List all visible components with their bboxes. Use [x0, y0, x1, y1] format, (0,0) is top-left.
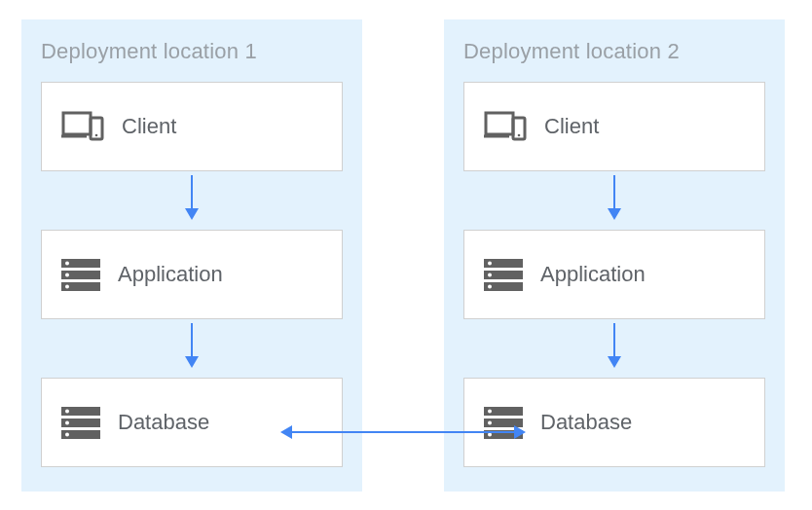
svg-rect-8 [63, 113, 91, 134]
arrow-down [463, 319, 765, 378]
arrow-down [41, 319, 343, 378]
arrow-down [463, 171, 765, 230]
svg-point-11 [95, 134, 98, 137]
node-label: Database [540, 410, 632, 435]
database-node: Database [41, 378, 343, 467]
node-label: Client [544, 114, 599, 139]
devices-icon [61, 110, 104, 143]
server-icon [61, 259, 100, 291]
client-node: Client [463, 82, 765, 171]
bidirectional-arrow [282, 431, 524, 433]
database-node: Database [463, 378, 765, 467]
application-node: Application [463, 230, 765, 319]
deployment-location-2: Deployment location 2 Client Application… [444, 19, 785, 492]
svg-point-15 [518, 134, 521, 137]
server-icon [484, 259, 523, 291]
node-label: Client [122, 114, 176, 139]
node-label: Application [540, 262, 646, 287]
server-icon [61, 407, 100, 439]
client-node: Client [41, 82, 343, 171]
svg-rect-12 [486, 113, 513, 134]
node-label: Database [118, 410, 209, 435]
arrow-down [41, 171, 343, 230]
location-title: Deployment location 1 [41, 39, 343, 64]
deployment-location-1: Deployment location 1 Client Application… [21, 19, 362, 492]
node-label: Application [118, 262, 223, 287]
location-title: Deployment location 2 [463, 39, 765, 64]
devices-icon [484, 110, 527, 143]
application-node: Application [41, 230, 343, 319]
